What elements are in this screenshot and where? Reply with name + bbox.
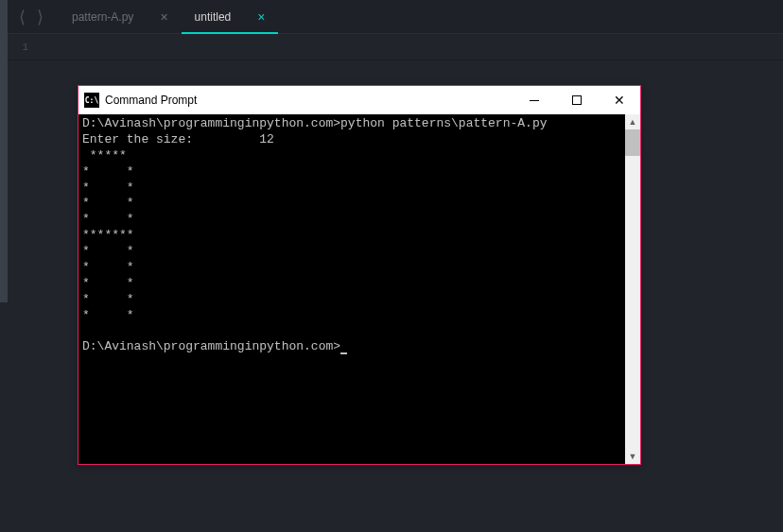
command-prompt-window: C:\ Command Prompt ✕ D:\Avinash\programm… [78,85,641,465]
tab-bar: ⟨ ⟩ pattern-A.py × untitled × [0,0,783,34]
scroll-down-button[interactable]: ▼ [625,449,640,464]
close-icon[interactable]: × [257,9,265,25]
cursor-icon [340,352,347,354]
cmd-icon: C:\ [84,93,99,108]
scrollbar[interactable]: ▲ ▼ [625,114,640,464]
window-controls: ✕ [513,86,640,114]
maximize-button[interactable] [555,86,598,114]
minimize-icon [530,100,539,101]
maximize-icon [572,95,582,105]
editor-area: 1 [0,34,783,60]
nav-back-button[interactable]: ⟨ [13,7,31,27]
nav-forward-button[interactable]: ⟩ [31,7,49,27]
tab-untitled[interactable]: untitled × [182,0,279,34]
minimize-button[interactable] [513,86,555,114]
tab-pattern-a[interactable]: pattern-A.py × [59,0,182,34]
scroll-thumb[interactable] [625,129,640,156]
window-titlebar[interactable]: C:\ Command Prompt ✕ [78,86,640,114]
close-button[interactable]: ✕ [598,86,640,114]
close-icon: ✕ [614,94,625,107]
terminal-body[interactable]: D:\Avinash\programminginpython.com>pytho… [78,114,640,464]
window-title: Command Prompt [105,94,513,107]
scroll-up-button[interactable]: ▲ [625,114,640,129]
terminal-output: D:\Avinash\programminginpython.com>pytho… [78,114,640,357]
tab-label: pattern-A.py [72,10,133,24]
close-icon[interactable]: × [160,9,167,25]
left-strip [0,0,8,302]
tab-label: untitled [195,10,232,24]
